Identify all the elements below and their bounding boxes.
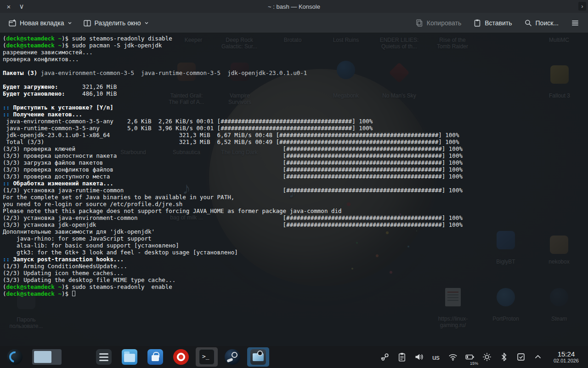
terminal-line: (deck@steamdeck ~)$ sudo steamos-readonl… — [3, 283, 588, 290]
terminal-line: :: Получение пакетов... — [3, 111, 588, 118]
panel-peek-icon[interactable]: › — [578, 2, 586, 11]
tray-bluetooth-icon[interactable] — [499, 351, 509, 362]
file-manager-icon — [122, 349, 137, 365]
terminal-line: (3/3) проверка целостности пакета [#####… — [3, 152, 588, 159]
menu-button[interactable] — [567, 16, 583, 30]
browser-icon — [173, 349, 189, 365]
spectacle-icon — [250, 349, 266, 365]
new-tab-button[interactable]: Новая вкладка — [5, 16, 76, 30]
terminal-line: Будет установлено: 486,10 MiB — [3, 90, 588, 97]
terminal-line: (3/3) загрузка файлов пакетов [#########… — [3, 159, 588, 166]
search-button[interactable]: Поиск... — [520, 16, 562, 30]
clock-time: 15:24 — [558, 350, 575, 358]
window-preview-icon — [32, 349, 62, 365]
terminal-line: (2/3) установка java-environment-common … — [3, 214, 588, 221]
utilities-icon — [96, 349, 112, 365]
keyboard-layout-label: us — [432, 353, 440, 361]
taskbar-window-preview[interactable] — [29, 347, 64, 367]
terminal-line: Дополнительные зависимости для 'jdk-open… — [3, 228, 588, 235]
taskbar-file-manager[interactable] — [119, 347, 141, 367]
taskbar-steam[interactable] — [221, 347, 243, 367]
terminal-line: (1/3) Arming ConditionNeedsUpdate... — [3, 263, 588, 270]
search-label: Поиск... — [536, 19, 559, 27]
new-tab-label: Новая вкладка — [20, 19, 64, 27]
taskbar-tasks — [4, 347, 269, 367]
taskbar-konsole[interactable] — [196, 347, 218, 367]
copy-icon — [415, 19, 424, 27]
split-window-icon — [83, 19, 91, 27]
terminal-line: (3/3) проверка ключей [#################… — [3, 145, 588, 152]
hamburger-menu-icon — [571, 18, 580, 28]
chevron-down-icon — [144, 21, 149, 25]
window-title: ~ : bash — Konsole — [0, 3, 588, 10]
terminal-line: java-environment-common-3-5-any 2,6 KiB … — [3, 118, 588, 125]
tray-expand-arrow-icon[interactable] — [533, 351, 543, 362]
terminal-line: :: Обработка изменений пакета... — [3, 180, 588, 187]
terminal-line: you need to re-login or source /etc/prof… — [3, 201, 588, 207]
app-launcher-icon — [7, 349, 23, 365]
copy-button[interactable]: Копировать — [412, 16, 465, 30]
battery-percent: 15% — [470, 361, 478, 366]
terminal-line: (3/3) Updating the desktop file MIME typ… — [3, 276, 588, 283]
terminal-line: Будет загружено: 321,26 MiB — [3, 83, 588, 90]
terminal-line: Пакеты (3) java-environment-common-3-5 j… — [3, 69, 588, 76]
terminal-output[interactable]: (deck@steamdeck ~)$ sudo steamos-readonl… — [0, 33, 588, 346]
tray-brightness-icon[interactable] — [482, 351, 492, 362]
terminal-line: java-rhino: for some JavaScript support — [3, 235, 588, 242]
terminal-line: For the complete set of Java binaries to… — [3, 194, 588, 201]
steam-icon — [225, 349, 240, 365]
terminal-line: разрешение зависимостей... — [3, 49, 588, 56]
terminal-line: (3/3) проверка доступного места [#######… — [3, 173, 588, 180]
terminal-line — [3, 63, 588, 69]
konsole-icon — [199, 349, 215, 365]
terminal-line: gtk3: for the Gtk+ 3 look and feel - des… — [3, 249, 588, 256]
terminal-line: (3/3) установка jdk-openjdk [###########… — [3, 221, 588, 228]
terminal-line: :: Запуск post-transaction hooks... — [3, 256, 588, 263]
tray-network-icon[interactable] — [448, 351, 458, 362]
tray-battery-icon[interactable]: 15% — [465, 351, 475, 362]
terminal-line: :: Приступить к установке? [Y/n] — [3, 104, 588, 111]
taskbar-spectacle[interactable] — [247, 347, 269, 367]
tray-device-notifier-icon[interactable] — [516, 351, 526, 362]
paste-button[interactable]: Вставить — [469, 16, 515, 30]
close-icon[interactable]: × — [4, 1, 14, 12]
terminal-line — [3, 97, 588, 104]
tray-clipboard-icon[interactable] — [397, 351, 407, 362]
chevron-down-icon[interactable]: ∨ — [17, 1, 27, 12]
screen: KeeperDeep Rock Galactic: Sur...BrotatoL… — [0, 0, 588, 368]
terminal-line: проверка конфликтов... — [3, 56, 588, 63]
terminal-line: jdk-openjdk-23.0.1.u0-1-x86_64 321,3 MiB… — [3, 132, 588, 138]
search-icon — [524, 19, 532, 27]
terminal-line: (deck@steamdeck ~)$ — [3, 290, 588, 297]
paste-icon — [473, 19, 481, 27]
discover-icon — [147, 349, 163, 365]
terminal-line: (1/3) установка java-runtime-common [###… — [3, 187, 588, 194]
titlebar[interactable]: × ∨ ~ : bash — Konsole › — [0, 0, 588, 13]
taskbar-browser[interactable] — [170, 347, 192, 367]
tray-keyboard-icon[interactable]: us — [431, 351, 441, 362]
toolbar: Новая вкладка Разделить окно Копировать … — [0, 13, 588, 33]
konsole-window: × ∨ ~ : bash — Konsole › Новая вкладка Р… — [0, 0, 588, 346]
split-window-button[interactable]: Разделить окно — [79, 16, 153, 30]
taskbar: us15% 15:24 02.01.2026 — [0, 346, 588, 368]
new-tab-icon — [8, 19, 17, 27]
tray-steam-tray-icon[interactable] — [380, 351, 390, 362]
terminal-line: alsa-lib: for basic sound support [устан… — [3, 242, 588, 249]
split-window-label: Разделить окно — [95, 19, 141, 27]
terminal-line: Please note that this package does not s… — [3, 207, 588, 214]
taskbar-app-launcher[interactable] — [4, 347, 26, 367]
tray-volume-icon[interactable] — [414, 351, 424, 362]
system-tray: us15% — [380, 351, 548, 362]
clock-date: 02.01.2026 — [554, 358, 579, 364]
terminal-line: java-runtime-common-3-5-any 5,0 KiB 3,96… — [3, 125, 588, 132]
terminal-line: (3/3) проверка конфликтов файлов [######… — [3, 166, 588, 173]
terminal-line — [3, 76, 588, 83]
terminal-line: (2/3) Updating icon theme caches... — [3, 270, 588, 276]
terminal-line: (deck@steamdeck ~)$ sudo pacman -S jdk-o… — [3, 42, 588, 49]
taskbar-utilities[interactable] — [93, 347, 115, 367]
clock[interactable]: 15:24 02.01.2026 — [548, 350, 584, 364]
chevron-down-icon — [68, 21, 72, 25]
terminal-line: Total (3/3) 321,3 MiB 6,52 MiB/s 00:49 [… — [3, 138, 588, 145]
terminal-line: (deck@steamdeck ~)$ sudo steamos-readonl… — [3, 35, 588, 42]
taskbar-discover[interactable] — [144, 347, 166, 367]
